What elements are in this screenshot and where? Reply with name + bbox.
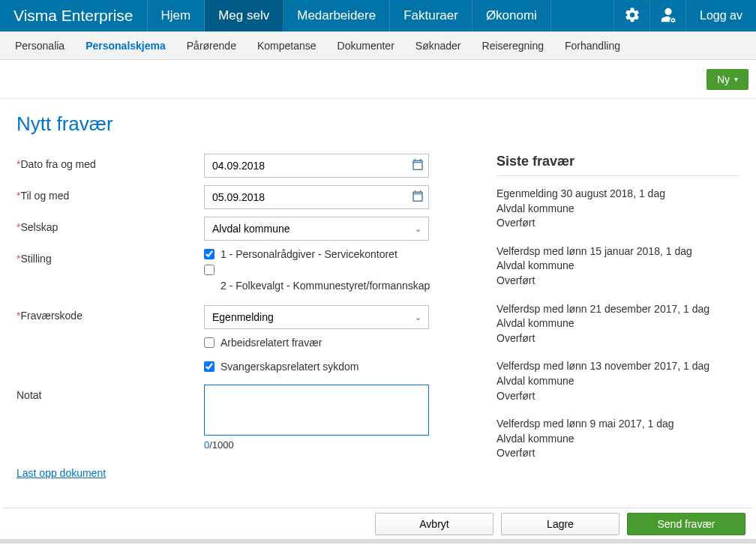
note-label: Notat bbox=[16, 385, 204, 401]
date-to-input[interactable] bbox=[204, 185, 429, 209]
work-related-checkbox[interactable] bbox=[204, 337, 214, 348]
history-item: Velferdsp med lønn 9 mai 2017, 1 dag Alv… bbox=[496, 417, 740, 461]
horizontal-scrollbar[interactable] bbox=[0, 539, 756, 544]
nav-okonomi[interactable]: Økonomi bbox=[472, 0, 551, 31]
position-2-label: 2 - Folkevalgt - Kommunestyret/formannsk… bbox=[220, 280, 436, 292]
top-nav: Visma Enterprise Hjem Meg selv Medarbeid… bbox=[0, 0, 756, 31]
footer-bar: Avbryt Lagre Send fravær bbox=[3, 508, 753, 539]
history-item: Egenmelding 30 august 2018, 1 dag Alvdal… bbox=[496, 187, 740, 231]
user-gear-icon bbox=[660, 7, 676, 25]
upload-document-link[interactable]: Last opp dokument bbox=[16, 467, 106, 479]
date-from-input[interactable] bbox=[204, 154, 429, 178]
new-button[interactable]: Ny ▾ bbox=[706, 69, 748, 90]
action-bar: Ny ▾ bbox=[0, 60, 756, 99]
tab-dokumenter[interactable]: Dokumenter bbox=[327, 31, 405, 59]
tab-reiseregning[interactable]: Reiseregning bbox=[472, 31, 555, 59]
tab-personalia[interactable]: Personalia bbox=[4, 31, 75, 59]
date-to-label: *Til og med bbox=[16, 185, 204, 202]
note-charcount: 0/1000 bbox=[204, 439, 436, 451]
logout-button[interactable]: Logg av bbox=[686, 0, 756, 31]
sub-tabs: Personalia Personalskjema Pårørende Komp… bbox=[0, 31, 756, 60]
tab-forhandling[interactable]: Forhandling bbox=[554, 31, 631, 59]
brand: Visma Enterprise bbox=[0, 0, 148, 31]
recent-absences: Siste fravær Egenmelding 30 august 2018,… bbox=[496, 154, 740, 479]
pregnancy-checkbox[interactable] bbox=[204, 361, 214, 372]
work-related-label: Arbeidsrelatert fravær bbox=[220, 337, 322, 349]
nav-medarbeidere[interactable]: Medarbeidere bbox=[284, 0, 390, 31]
absence-code-label: *Fraværskode bbox=[16, 305, 204, 322]
nav-hjem[interactable]: Hjem bbox=[148, 0, 206, 31]
history-item: Velferdsp med lønn 13 november 2017, 1 d… bbox=[496, 359, 740, 403]
send-button[interactable]: Send fravær bbox=[627, 513, 746, 535]
nav-fakturaer[interactable]: Fakturaer bbox=[390, 0, 472, 31]
settings-button[interactable] bbox=[614, 0, 650, 31]
position-2-checkbox[interactable] bbox=[204, 265, 214, 275]
position-label: *Stilling bbox=[16, 248, 204, 265]
history-item: Velferdsp med lønn 21 desember 2017, 1 d… bbox=[496, 302, 740, 346]
date-from-label: *Dato fra og med bbox=[16, 154, 204, 170]
new-button-label: Ny bbox=[717, 73, 730, 85]
history-item: Velferdsp med lønn 15 januar 2018, 1 dag… bbox=[496, 244, 740, 289]
tab-parorende[interactable]: Pårørende bbox=[176, 31, 247, 59]
company-select[interactable] bbox=[204, 217, 429, 241]
pregnancy-label: Svangerskapsrelatert sykdom bbox=[220, 361, 358, 373]
absence-code-select[interactable] bbox=[204, 305, 429, 329]
save-button[interactable]: Lagre bbox=[501, 513, 620, 535]
nav-meg-selv[interactable]: Meg selv bbox=[205, 0, 284, 31]
cancel-button[interactable]: Avbryt bbox=[375, 513, 494, 535]
gear-icon bbox=[624, 7, 640, 25]
note-textarea[interactable] bbox=[204, 385, 429, 436]
tab-personalskjema[interactable]: Personalskjema bbox=[75, 31, 176, 59]
recent-absences-title: Siste fravær bbox=[496, 154, 740, 176]
position-1-label: 1 - Personalrådgiver - Servicekontoret bbox=[220, 248, 398, 260]
absence-form: *Dato fra og med *Til og med bbox=[16, 154, 436, 479]
tab-kompetanse[interactable]: Kompetanse bbox=[247, 31, 327, 59]
tab-soknader[interactable]: Søknader bbox=[405, 31, 472, 59]
page-body: Nytt fravær *Dato fra og med *Til og med bbox=[0, 99, 756, 508]
user-settings-button[interactable] bbox=[650, 0, 686, 31]
page-title: Nytt fravær bbox=[16, 112, 740, 136]
chevron-down-icon: ▾ bbox=[734, 75, 738, 83]
position-1-checkbox[interactable] bbox=[204, 249, 214, 259]
company-label: *Selskap bbox=[16, 217, 204, 233]
